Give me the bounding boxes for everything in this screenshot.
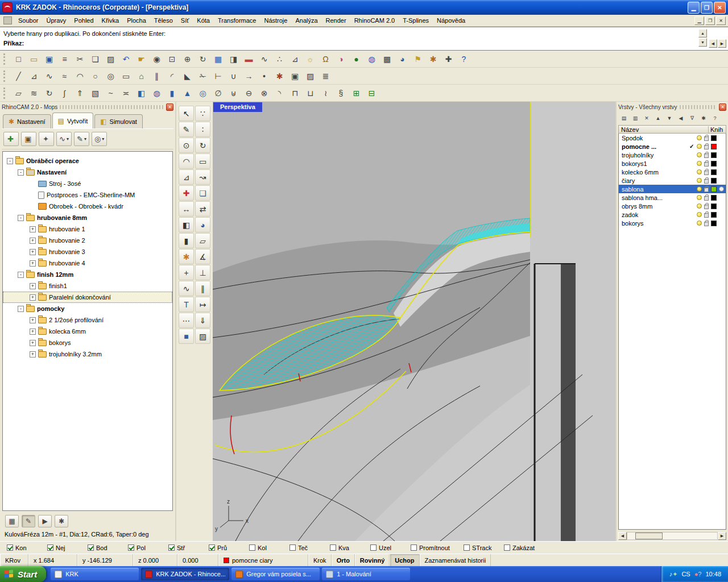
layer-color-swatch[interactable] — [711, 221, 717, 226]
close-icon[interactable]: ✕ — [719, 103, 726, 111]
lock-icon[interactable] — [704, 136, 709, 141]
scroll-right-icon[interactable]: ▶ — [718, 532, 726, 540]
tree-item[interactable]: Stroj - 3osé — [3, 178, 172, 189]
tree-item[interactable]: + 2 1/2osé profilování — [3, 314, 172, 326]
layer-row[interactable]: sablona hma... — [619, 193, 726, 202]
circle-icon[interactable]: ○ — [88, 69, 103, 83]
split-icon[interactable]: ⊢ — [210, 69, 226, 83]
osnap-strack[interactable]: STrack — [464, 544, 504, 551]
expander-icon[interactable]: + — [30, 226, 36, 232]
print-icon[interactable]: ≡ — [57, 52, 72, 66]
bulb-icon[interactable] — [697, 161, 702, 166]
new-sublayer-icon[interactable]: ▥ — [630, 114, 640, 123]
tab-simulovat[interactable]: ◧ Simulovat — [94, 114, 143, 128]
blend-icon[interactable]: ~ — [103, 86, 118, 100]
curve-tools-icon[interactable]: ∿ — [179, 281, 194, 296]
move-down-icon[interactable]: ▼ — [664, 114, 675, 123]
lock-icon[interactable] — [704, 188, 709, 192]
bulb-icon[interactable] — [697, 178, 702, 183]
tree-item[interactable]: + hrubovanie 3 — [3, 246, 172, 257]
curve-tools-icon[interactable]: ∿ — [257, 52, 272, 66]
copy-icon[interactable]: ❏ — [88, 52, 103, 66]
command-input[interactable] — [27, 39, 688, 48]
expander-icon[interactable]: + — [30, 317, 36, 323]
layer-row[interactable]: obrys 8mm — [619, 202, 726, 210]
expander-icon[interactable]: + — [30, 260, 36, 267]
tree-item[interactable]: Postproces - EMC-Sherline-MM — [3, 189, 172, 201]
color-icon[interactable]: ◑ — [333, 52, 349, 66]
layer-color-swatch[interactable] — [711, 212, 717, 218]
child-minimize-button[interactable]: ▁ — [694, 16, 704, 25]
viewport-layout-icon[interactable]: ▦ — [210, 52, 226, 66]
title-bar[interactable]: KRK ZADOK - Rhinoceros (Corporate) - [Pe… — [0, 0, 728, 15]
offset-surface-icon[interactable]: ≍ — [118, 86, 134, 100]
curve-icon[interactable]: ∿ — [42, 69, 57, 83]
layers-panel-titlebar[interactable]: Vrstvy - Všechny vrstvy ✕ — [618, 103, 726, 111]
layer-color-swatch[interactable] — [711, 135, 717, 141]
menu-item[interactable]: Nápověda — [433, 15, 469, 26]
shade-icon[interactable]: ◕ — [395, 52, 410, 66]
copy-icon[interactable]: ❏ — [195, 185, 210, 201]
layer-color-swatch[interactable] — [711, 152, 717, 158]
tree-item[interactable]: - hrubovanie 8mm — [3, 212, 172, 223]
named-view-icon[interactable]: ◨ — [226, 52, 241, 66]
flow-icon[interactable]: ≀ — [318, 86, 333, 100]
snap-icon[interactable]: ✚ — [441, 52, 456, 66]
select-arrow-icon[interactable]: ↖ — [179, 106, 194, 121]
cplane-button[interactable]: KRov — [0, 554, 28, 566]
chamfer-icon[interactable]: ◣ — [180, 69, 195, 83]
menu-item[interactable]: T-Splines — [399, 15, 433, 26]
project-icon[interactable]: ⇓ — [195, 313, 210, 328]
layer-color-swatch[interactable] — [711, 186, 717, 192]
expander-icon[interactable]: - — [18, 215, 24, 221]
osnap-pru[interactable]: Prů — [209, 544, 249, 551]
menu-item[interactable]: Úpravy — [42, 15, 70, 26]
align-icon[interactable]: ↦ — [195, 297, 210, 312]
arc-icon[interactable]: ◠ — [72, 69, 88, 83]
checkbox-icon[interactable] — [249, 544, 255, 551]
texture-icon[interactable]: ▩ — [379, 52, 395, 66]
expander-icon[interactable]: + — [30, 340, 36, 346]
zoom-dynamic-icon[interactable]: ◉ — [149, 52, 164, 66]
trim-icon[interactable]: ✁ — [195, 69, 210, 83]
taskbar-button-rhino[interactable]: KRK ZADOK - Rhinoce... — [141, 568, 229, 580]
command-scroll-right-button[interactable]: ▶ — [718, 39, 726, 48]
control-curve-icon[interactable]: ✎ — [179, 122, 194, 137]
polyline-icon[interactable]: ⊿ — [26, 69, 42, 83]
safely-remove-icon[interactable]: ✦ — [672, 571, 677, 577]
tree-item[interactable]: + hrubovanie 1 — [3, 223, 172, 235]
osnap-uzel[interactable]: Uzel — [370, 544, 411, 551]
hatch-icon[interactable]: ▨ — [303, 69, 318, 83]
offset-icon[interactable]: ∥ — [149, 69, 164, 83]
layers-horizontal-scrollbar[interactable]: ◀ ▶ — [618, 531, 726, 540]
osnap-kol[interactable]: Kol — [249, 544, 289, 551]
loft-icon[interactable]: ≋ — [26, 86, 42, 100]
sphere-icon[interactable]: ◍ — [149, 86, 164, 100]
mirror-icon[interactable]: ⇄ — [195, 201, 210, 217]
help-icon[interactable]: ? — [456, 52, 471, 66]
checkbox-icon[interactable] — [209, 544, 215, 551]
restore-button[interactable]: ❐ — [701, 2, 713, 14]
new-mop-icon[interactable]: ✚ — [3, 132, 19, 146]
layer-row[interactable]: trojuholníky — [619, 151, 726, 159]
bulb-icon[interactable] — [697, 135, 702, 140]
lock-icon[interactable] — [704, 171, 709, 175]
hatch-icon[interactable]: ▨ — [195, 329, 210, 344]
bulb-icon[interactable] — [697, 152, 702, 157]
osnap-bod[interactable]: Bod — [88, 544, 128, 551]
checkbox-icon[interactable] — [464, 544, 470, 551]
checkbox-icon[interactable] — [88, 544, 94, 551]
lock-icon[interactable] — [704, 222, 709, 226]
minimize-button[interactable]: ▁ — [688, 2, 700, 14]
render-icon[interactable]: ● — [349, 52, 364, 66]
array-grid-icon[interactable]: ⊞ — [349, 86, 364, 100]
osnap-nej[interactable]: Nej — [47, 544, 88, 551]
car-icon[interactable]: ▬ — [241, 52, 257, 66]
menu-item[interactable]: Síť — [177, 15, 193, 26]
explode-icon[interactable]: ✱ — [272, 69, 287, 83]
uchop-button[interactable]: Uchop — [390, 554, 419, 566]
checkbox-icon[interactable] — [47, 544, 53, 551]
layer-color-swatch[interactable] — [711, 144, 717, 149]
close-button[interactable]: ✕ — [714, 2, 726, 14]
lock-icon[interactable]: Ω — [318, 52, 333, 66]
